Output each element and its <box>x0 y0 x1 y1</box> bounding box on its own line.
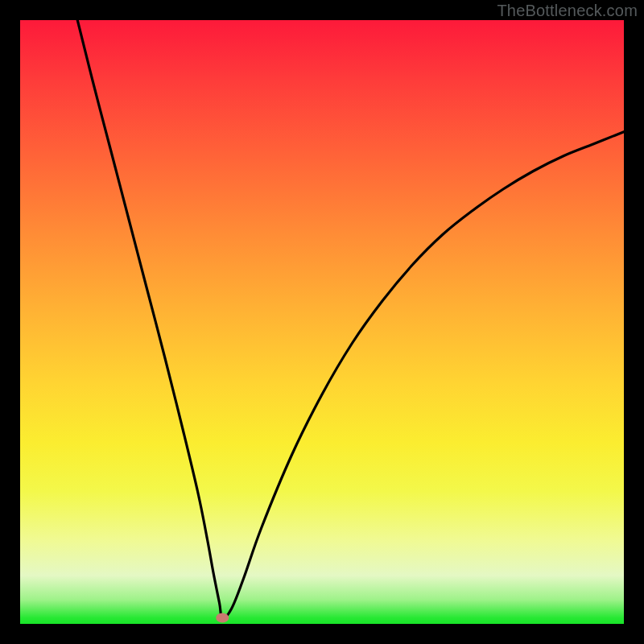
curve-layer <box>20 20 624 624</box>
optimum-marker <box>216 613 229 623</box>
bottleneck-curve <box>77 20 624 618</box>
watermark-text: TheBottleneck.com <box>497 2 638 20</box>
chart-frame: TheBottleneck.com <box>0 0 644 644</box>
plot-area <box>20 20 624 624</box>
